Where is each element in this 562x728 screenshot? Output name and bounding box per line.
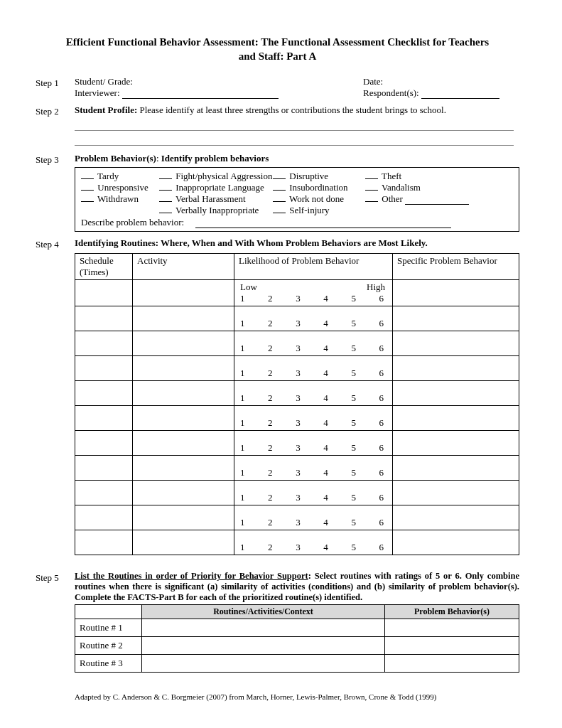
check-disruptive[interactable]	[273, 178, 286, 179]
step-5-label: Step 5	[36, 571, 75, 584]
hdr-activity: Activity	[133, 254, 234, 280]
hdr-specific: Specific Problem Behavior	[393, 254, 519, 280]
student-profile-text: Please identify at least three strengths…	[137, 105, 446, 115]
check-language[interactable]	[159, 190, 172, 191]
check-selfinjury[interactable]	[273, 213, 286, 213]
describe-label: Describe problem behavior:	[81, 217, 184, 228]
opt-work: Work not done	[289, 193, 344, 204]
problem-behaviors-instruction: Identify problem behaviors	[161, 153, 269, 164]
table-row: 123456	[75, 431, 519, 456]
check-harassment[interactable]	[159, 201, 172, 202]
cell-act[interactable]	[133, 280, 234, 306]
opt-withdrawn: Withdrawn	[97, 193, 139, 204]
check-vandalism[interactable]	[365, 190, 378, 191]
scale-4: 4	[323, 293, 328, 304]
routine-1-behavior[interactable]	[385, 619, 519, 637]
check-theft[interactable]	[365, 178, 378, 179]
check-verbally[interactable]	[159, 213, 172, 213]
opt-fight: Fight/physical Aggression	[175, 171, 272, 181]
table-row: 123456	[75, 331, 519, 356]
opt-other: Other	[382, 193, 403, 204]
table-row: 123456	[75, 381, 519, 406]
scale-5: 5	[351, 293, 356, 304]
routine-2-behavior[interactable]	[385, 637, 519, 655]
table-row: 123456	[75, 306, 519, 331]
routine-3-context[interactable]	[142, 655, 385, 673]
routine-1-label: Routine # 1	[75, 619, 142, 637]
table-row: 123456	[75, 406, 519, 431]
check-insub[interactable]	[273, 190, 286, 191]
interviewer-label: Interviewer:	[75, 87, 120, 98]
scale-6: 6	[379, 293, 384, 304]
routine-table: Routines/Activities/Context Problem Beha…	[75, 604, 519, 673]
opt-theft: Theft	[382, 171, 401, 181]
opt-language: Inappropriate Language	[175, 182, 264, 193]
profile-line-1[interactable]	[75, 120, 514, 131]
routine-row-3: Routine # 3	[75, 655, 519, 673]
routine-1-context[interactable]	[142, 619, 385, 637]
step-2: Step 2 Student Profile: Please identify …	[36, 105, 519, 146]
routine-3-label: Routine # 3	[75, 655, 142, 673]
opt-verbally: Verbally Inappropriate	[175, 205, 259, 215]
table-row: 123456	[75, 505, 519, 530]
check-unresponsive[interactable]	[81, 190, 94, 191]
step-2-label: Step 2	[36, 105, 75, 117]
table-row: 123456	[75, 356, 519, 381]
behavior-box: Tardy Unresponsive Withdrawn Fight/physi…	[75, 167, 519, 232]
problem-behaviors-label: Problem Behavior(s)	[75, 153, 156, 164]
scale-2: 2	[268, 293, 273, 304]
step-4: Step 4 Identifying Routines: Where, When…	[36, 237, 519, 555]
routine-row-1: Routine # 1	[75, 619, 519, 637]
hdr-likelihood: Likelihood of Problem Behavior	[234, 254, 393, 280]
step-1: Step 1 Student/ Grade: Date: Interviewer…	[36, 76, 519, 99]
profile-line-2[interactable]	[75, 135, 514, 146]
scale-3: 3	[296, 293, 301, 304]
student-grade-label: Student/ Grade:	[75, 76, 133, 87]
routine-2-context[interactable]	[142, 637, 385, 655]
respondents-input[interactable]	[421, 89, 499, 99]
step-4-label: Step 4	[36, 237, 75, 250]
table-row: 123456	[75, 481, 519, 505]
step-5: Step 5 List the Routines in order of Pri…	[36, 571, 519, 673]
routine-row-2: Routine # 2	[75, 637, 519, 655]
opt-harassment: Verbal Harassment	[175, 193, 246, 204]
cell-specific[interactable]	[393, 280, 519, 306]
routine-3-behavior[interactable]	[385, 655, 519, 673]
opt-tardy: Tardy	[97, 171, 119, 181]
other-input[interactable]	[405, 195, 469, 205]
check-work[interactable]	[273, 201, 286, 202]
cell-likelihood[interactable]: LowHigh 123456	[234, 280, 393, 306]
opt-disruptive: Disruptive	[289, 171, 328, 181]
check-fight[interactable]	[159, 178, 172, 179]
schedule-table: Schedule (Times) Activity Likelihood of …	[75, 253, 519, 555]
cell-sched[interactable]	[75, 280, 133, 306]
date-label: Date:	[363, 76, 383, 87]
high-label: High	[367, 282, 385, 293]
routine-2-label: Routine # 2	[75, 637, 142, 655]
step-3: Step 3 Problem Behavior(s): Identify pro…	[36, 153, 519, 232]
step-1-label: Step 1	[36, 76, 75, 89]
hdr-routines: Routines/Activities/Context	[142, 605, 385, 619]
opt-vandalism: Vandalism	[382, 182, 421, 193]
scale-1: 1	[240, 293, 245, 304]
step-5-lead: List the Routines in order of Priority f…	[75, 571, 308, 581]
check-tardy[interactable]	[81, 178, 94, 179]
step-3-label: Step 3	[36, 153, 75, 166]
student-profile-label: Student Profile:	[75, 105, 137, 115]
table-row: 123456	[75, 456, 519, 481]
page-title: Efficient Functional Behavior Assessment…	[64, 36, 491, 63]
table-row: LowHigh 123456	[75, 280, 519, 306]
check-withdrawn[interactable]	[81, 201, 94, 202]
check-other[interactable]	[365, 201, 378, 202]
opt-selfinjury: Self-injury	[289, 205, 329, 215]
footer-citation: Adapted by C. Anderson & C. Borgmeier (2…	[75, 692, 519, 701]
interviewer-input[interactable]	[122, 89, 279, 99]
describe-input[interactable]	[195, 218, 451, 228]
step-4-heading: Identifying Routines: Where, When and Wi…	[75, 237, 519, 249]
opt-insub: Insubordination	[289, 182, 347, 193]
low-label: Low	[240, 282, 257, 293]
hdr-problem-behaviors: Problem Behavior(s)	[385, 605, 519, 619]
respondents-label: Respondent(s):	[363, 87, 419, 98]
hdr-schedule: Schedule (Times)	[75, 254, 133, 280]
table-row: 123456	[75, 530, 519, 555]
